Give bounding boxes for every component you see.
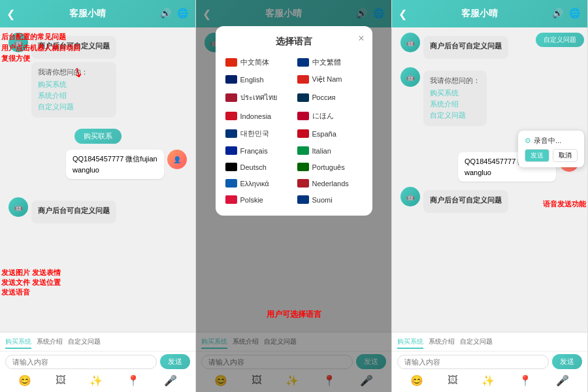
lang-item[interactable]: English <box>225 73 291 86</box>
lang-item[interactable]: Ελληνικά <box>225 177 291 189</box>
lang-label: ประเทศไทย <box>240 91 277 103</box>
lang-item[interactable]: Nederlands <box>297 177 363 189</box>
panel3-bot-avatar-1: 🤖 <box>400 33 420 52</box>
lang-item[interactable]: Việt Nam <box>297 73 363 86</box>
emoji-icon-1[interactable]: 😊 <box>18 374 31 387</box>
voice-send-button[interactable]: 发送 <box>525 149 549 162</box>
lang-label: にほん <box>312 111 334 121</box>
link-custom-1[interactable]: 自定义问题 <box>38 101 110 112</box>
tab-buy-1[interactable]: 购买系统 <box>5 337 31 349</box>
more-icon-1[interactable]: ✨ <box>90 374 103 387</box>
tab-buy-3[interactable]: 购买系统 <box>397 337 423 349</box>
lang-item[interactable]: Italian <box>297 144 363 157</box>
lang-label: Deutsch <box>240 163 267 171</box>
language-grid: 中文简体中文繁體EnglishViệt NamประเทศไทยРоссияIn… <box>225 56 363 206</box>
voice-popup-title: ⚙ 录音中... <box>525 136 578 146</box>
mic-icon-3[interactable]: 🎤 <box>556 374 569 387</box>
lang-item[interactable]: Deutsch <box>225 161 291 173</box>
lang-item[interactable]: ประเทศไทย <box>225 90 291 105</box>
lang-label: Polskie <box>240 196 263 204</box>
panel-3-bottom-tabs: 购买系统 系统介绍 自定义问题 发送 😊 🖼 ✨ 📍 🎤 <box>392 332 587 392</box>
qq-bubble: QQ1845457777 微信fujian wangluo <box>66 150 164 179</box>
lang-label: Nederlands <box>312 180 349 188</box>
volume-icon[interactable]: 🔊 <box>160 8 172 20</box>
modal-close-button[interactable]: × <box>358 33 364 44</box>
flag-icon <box>297 146 309 155</box>
chat-input-3[interactable] <box>397 355 549 369</box>
globe-icon[interactable]: 🌐 <box>177 8 189 20</box>
lang-item[interactable]: 中文简体 <box>225 56 291 69</box>
custom-top-button[interactable]: 自定义问题 <box>536 33 584 47</box>
lang-label: English <box>240 76 264 84</box>
lang-item[interactable]: Français <box>225 144 291 157</box>
panel3-link-custom[interactable]: 自定义问题 <box>430 110 480 121</box>
panel-3-chat-body[interactable]: 🤖 商户后台可自定义问题 🤖 我请你想问的： 购买系统 系统介绍 自定义问题 ⚙… <box>392 27 587 332</box>
language-modal: 选择语言 × 中文简体中文繁體EnglishViệt NamประเทศไทยР… <box>216 26 372 216</box>
flag-icon <box>297 58 309 67</box>
panel-3-title: 客服小晴 <box>407 8 552 20</box>
location-icon-3[interactable]: 📍 <box>519 374 532 387</box>
panel3-links-bubble: 我请你想问的： 购买系统 系统介绍 自定义问题 <box>423 71 487 126</box>
lang-label: 中文繁體 <box>312 57 341 67</box>
tab-intro-3[interactable]: 系统介绍 <box>429 337 455 349</box>
voice-cancel-button[interactable]: 取消 <box>553 149 578 162</box>
back-button-3[interactable]: ❮ <box>399 8 407 20</box>
image-icon-3[interactable]: 🖼 <box>448 374 458 387</box>
lang-item[interactable]: Suomi <box>297 193 363 206</box>
panel3-link-intro[interactable]: 系统介绍 <box>430 99 480 110</box>
location-icon-1[interactable]: 📍 <box>127 374 140 387</box>
custom-label-1: 商户后台可自定义问题 <box>38 41 110 51</box>
bot-message-row-1: 🤖 商户后台可自定义问题 我请你想问的： 购买系统 系统介绍 自定义问题 <box>5 33 190 121</box>
header-icons-3: 🔊 🌐 <box>552 8 581 20</box>
more-icon-3[interactable]: ✨ <box>482 374 495 387</box>
panel3-bot-text: 我请你想问的： <box>430 76 480 86</box>
panel-1-bottom-tabs: 购买系统 系统介绍 自定义问题 发送 😊 🖼 ✨ 📍 🎤 <box>0 332 195 392</box>
tab-intro-1[interactable]: 系统介绍 <box>37 337 63 349</box>
link-intro-1[interactable]: 系统介绍 <box>38 90 110 101</box>
panel3-custom-bubble: 商户后台可自定义问题 <box>423 36 508 59</box>
tab-custom-3[interactable]: 自定义问题 <box>460 337 493 349</box>
image-icon-1[interactable]: 🖼 <box>56 374 66 387</box>
emoji-icon-3[interactable]: 😊 <box>410 374 423 387</box>
send-button-1[interactable]: 发送 <box>160 354 190 369</box>
lang-label: Việt Nam <box>312 75 342 84</box>
modal-overlay[interactable]: 选择语言 × 中文简体中文繁體EnglishViệt NamประเทศไทยР… <box>196 0 391 392</box>
flag-icon <box>225 112 237 120</box>
panel-2: ❮ 客服小晴 🔊 🌐 🤖 商户后台可自定义问题 选择语言 × 中文简体中文繁體E… <box>196 0 392 392</box>
tab-custom-1[interactable]: 自定义问题 <box>68 337 101 349</box>
back-button[interactable]: ❮ <box>7 8 15 20</box>
globe-icon-3[interactable]: 🌐 <box>569 8 581 20</box>
lang-item[interactable]: Polskie <box>225 193 291 206</box>
lang-label: Ελληνικά <box>240 180 269 188</box>
bottom-icons-row-3: 😊 🖼 ✨ 📍 🎤 <box>392 372 587 389</box>
lang-item[interactable]: Português <box>297 161 363 173</box>
panel-1-chat-body[interactable]: 🤖 商户后台可自定义问题 我请你想问的： 购买系统 系统介绍 自定义问题 购买联… <box>0 27 195 332</box>
chat-input-1[interactable] <box>5 355 157 369</box>
flag-icon <box>297 195 309 204</box>
lang-label: Россия <box>312 93 336 101</box>
lang-item[interactable]: Indonesia <box>225 109 291 123</box>
lang-item[interactable]: にほん <box>297 109 363 123</box>
lang-item[interactable]: Россия <box>297 90 363 105</box>
buy-button[interactable]: 购买联系 <box>74 129 122 144</box>
qq-message-row: 👤 QQ1845457777 微信fujian wangluo <box>5 150 190 179</box>
input-row-3: 发送 <box>392 351 587 372</box>
send-button-3[interactable]: 发送 <box>552 354 582 369</box>
flag-icon <box>297 163 309 171</box>
flag-icon <box>297 179 309 188</box>
lang-label: Suomi <box>312 196 333 204</box>
volume-icon-3[interactable]: 🔊 <box>552 8 564 20</box>
lang-item[interactable]: 대한민국 <box>225 127 291 140</box>
panel-1: ❮ 客服小晴 🔊 🌐 后台配置的常见问题 用户点击机器人就自动回 复很方便 ↘ … <box>0 0 196 392</box>
lang-item[interactable]: España <box>297 127 363 140</box>
flag-icon <box>225 75 237 84</box>
tab-row-3: 购买系统 系统介绍 自定义问题 <box>392 335 587 351</box>
mic-icon-1[interactable]: 🎤 <box>164 374 177 387</box>
lang-item[interactable]: 中文繁體 <box>297 56 363 69</box>
link-buy-1[interactable]: 购买系统 <box>38 79 110 90</box>
panel3-link-buy[interactable]: 购买系统 <box>430 88 480 99</box>
panel3-custom-label-2: 商户后台可自定义问题 <box>430 195 502 205</box>
flag-icon <box>225 93 237 102</box>
panel3-bot-msg-3: 🤖 商户后台可自定义问题 <box>397 187 582 216</box>
voice-popup: ⚙ 录音中... 发送 取消 <box>518 131 584 167</box>
